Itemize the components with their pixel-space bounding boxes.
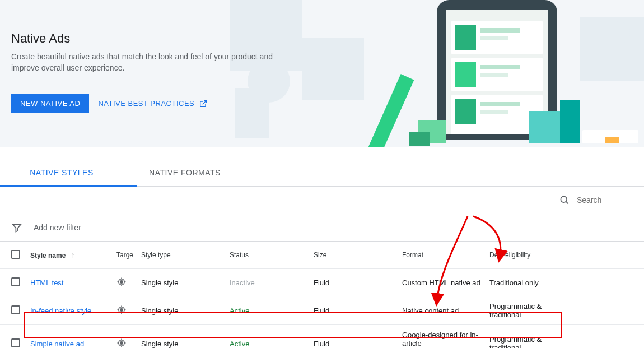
- svg-rect-13: [455, 62, 476, 87]
- col-format[interactable]: Format: [400, 251, 487, 259]
- status-badge: Active: [227, 340, 311, 348]
- svg-rect-18: [480, 102, 520, 106]
- table-row: In-feed native styleSingle styleActiveFl…: [0, 296, 644, 325]
- row-checkbox[interactable]: [11, 277, 20, 286]
- table-header-row: Style name ↑ Targe Style type Status Siz…: [0, 242, 644, 269]
- svg-point-41: [120, 341, 123, 344]
- target-icon[interactable]: [116, 338, 127, 348]
- row-checkbox[interactable]: [11, 305, 20, 314]
- col-style-name-label: Style name: [30, 252, 66, 259]
- col-style-name[interactable]: Style name ↑: [28, 250, 114, 259]
- target-icon[interactable]: [116, 277, 127, 287]
- svg-rect-11: [480, 36, 508, 40]
- page-title: Native Ads: [11, 31, 280, 46]
- format-value: Google-designed for in-articleContent: [400, 331, 487, 348]
- style-name-link[interactable]: Simple native ad: [30, 340, 84, 348]
- svg-point-29: [120, 280, 123, 283]
- col-type[interactable]: Style type: [139, 251, 227, 259]
- search-icon: [559, 194, 570, 206]
- row-checkbox[interactable]: [11, 338, 20, 347]
- select-all-checkbox[interactable]: [11, 250, 20, 259]
- style-type: Single style: [139, 279, 227, 287]
- new-native-ad-button[interactable]: NEW NATIVE AD: [11, 94, 89, 113]
- svg-point-35: [120, 308, 123, 311]
- svg-line-28: [566, 202, 568, 204]
- col-deal[interactable]: Deal eligibility: [487, 251, 577, 259]
- target-icon[interactable]: [116, 305, 127, 315]
- svg-rect-9: [455, 25, 476, 50]
- search-row: [0, 187, 644, 214]
- svg-rect-10: [480, 28, 520, 33]
- format-value: Custom HTML native ad: [400, 279, 487, 287]
- add-filter-button[interactable]: Add new filter: [34, 223, 81, 232]
- size-value: Fluid: [311, 340, 400, 348]
- style-name-link[interactable]: In-feed native style: [30, 307, 91, 315]
- format-value: Native content ad: [400, 307, 487, 315]
- status-badge: Inactive: [227, 279, 311, 287]
- tab-native-styles[interactable]: NATIVE STYLES: [0, 159, 123, 186]
- svg-rect-15: [480, 73, 508, 77]
- filter-row: Add new filter: [0, 214, 644, 242]
- tab-native-formats[interactable]: NATIVE FORMATS: [123, 159, 246, 186]
- style-type: Single style: [139, 340, 227, 348]
- search-field[interactable]: [559, 194, 633, 206]
- svg-point-4: [608, 21, 630, 44]
- col-target[interactable]: Targe: [114, 251, 139, 259]
- col-size[interactable]: Size: [311, 251, 400, 259]
- table-row: HTML testSingle styleInactiveFluidCustom…: [0, 269, 644, 296]
- deal-eligibility: Traditional only: [487, 279, 577, 287]
- open-in-new-icon: [199, 99, 208, 108]
- hero-banner: Native Ads Create beautiful native ads t…: [0, 0, 644, 147]
- svg-rect-22: [560, 100, 580, 143]
- svg-rect-26: [409, 132, 430, 146]
- svg-rect-19: [480, 110, 508, 114]
- deal-eligibility: Programmatic & traditional: [487, 302, 577, 319]
- tabs-bar: NATIVE STYLES NATIVE FORMATS: [0, 159, 644, 187]
- svg-rect-20: [362, 74, 414, 147]
- best-practices-link-label: NATIVE BEST PRACTICES: [98, 99, 194, 108]
- svg-rect-1: [302, 38, 364, 100]
- deal-eligibility: Programmatic & traditional: [487, 335, 577, 348]
- size-value: Fluid: [311, 279, 400, 287]
- svg-point-27: [561, 196, 567, 202]
- search-input[interactable]: [577, 196, 633, 205]
- best-practices-link[interactable]: NATIVE BEST PRACTICES: [98, 99, 208, 108]
- page-subtitle: Create beautiful native ads that match t…: [11, 52, 280, 73]
- sort-asc-icon: ↑: [71, 250, 75, 259]
- table-row: Simple native adSingle styleActiveFluidG…: [0, 325, 644, 348]
- svg-rect-17: [455, 99, 476, 124]
- col-status[interactable]: Status: [227, 251, 311, 259]
- svg-rect-24: [605, 137, 619, 143]
- style-type: Single style: [139, 307, 227, 315]
- size-value: Fluid: [311, 307, 400, 315]
- style-name-link[interactable]: HTML test: [30, 279, 63, 287]
- status-badge: Active: [227, 307, 311, 315]
- filter-icon[interactable]: [11, 222, 22, 233]
- svg-rect-21: [529, 111, 563, 143]
- svg-rect-14: [480, 65, 520, 69]
